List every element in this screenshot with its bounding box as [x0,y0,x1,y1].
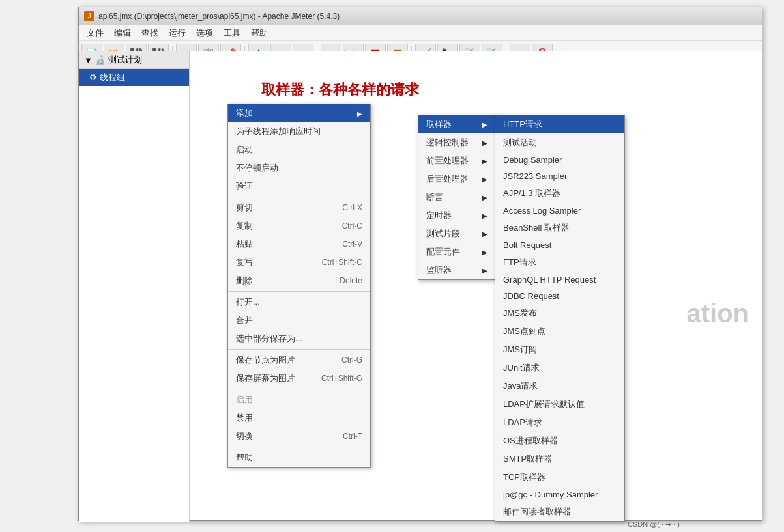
ctx-add-response-time[interactable]: 为子线程添加响应时间 [228,122,370,141]
context-menu-l2: 取样器 ▶ 逻辑控制器 ▶ 前置处理器 ▶ 后置处理器 ▶ 断言 ▶ 定时器 ▶… [418,115,496,280]
tree-item-label: 线程组 [100,72,125,82]
ctx-help[interactable]: 帮助 [228,449,370,467]
tree-header: ▼ 🔬 测试计划 [79,51,189,69]
ctx-test-fragment[interactable]: 测试片段 ▶ [418,225,495,243]
title-bar: J api65.jmx (D:\projects\jmeter_pros\api… [79,7,762,25]
context-menu-l1: 添加 ▶ 为子线程添加响应时间 启动 不停顿启动 验证 剪切 Ctrl-X 复制… [227,104,371,468]
menu-options[interactable]: 选项 [191,26,218,40]
ctx-delete[interactable]: 删除 Delete [228,272,370,290]
ctx-ldap-request[interactable]: LDAP请求 [495,413,624,432]
ctx-junit-request[interactable]: JUnit请求 [495,359,624,377]
ctx-ajp-sampler[interactable]: AJP/1.3 取样器 [495,184,624,203]
tree-header-arrow: ▼ [84,55,93,65]
ctx-enable: 启用 [228,391,370,409]
ctx-http-request[interactable]: HTTP请求 [495,115,624,133]
ctx-save-node-img[interactable]: 保存节点为图片 Ctrl-G [228,351,370,369]
ctx-config-element[interactable]: 配置元件 ▶ [418,243,495,261]
sep-ctx3 [228,349,370,350]
ctx-jms-publish[interactable]: JMS发布 [495,304,624,322]
content-ation: ation [686,299,749,328]
window-title: api65.jmx (D:\projects\jmeter_pros\api65… [98,12,340,21]
tree-item-icon: ⚙ [89,72,97,82]
ctx-save-screen-img[interactable]: 保存屏幕为图片 Ctrl+Shift-G [228,369,370,387]
sep-ctx2 [228,291,370,292]
submenu-arrow-config: ▶ [482,249,487,256]
ctx-ldap-ext[interactable]: LDAP扩展请求默认值 [495,395,624,413]
submenu-arrow-post: ▶ [482,176,487,183]
tree-item-threadgroup[interactable]: ⚙ 线程组 [79,69,189,86]
ctx-merge[interactable]: 合并 [228,311,370,329]
menu-help[interactable]: 帮助 [246,26,273,40]
ctx-sampler[interactable]: 取样器 ▶ [418,115,495,133]
ctx-assertion[interactable]: 断言 ▶ [418,188,495,206]
sep-ctx5 [228,447,370,447]
submenu-arrow-timer: ▶ [482,212,487,219]
ctx-tcp-sampler[interactable]: TCP取样器 [495,468,624,486]
ctx-jms-point-to-point[interactable]: JMS点到点 [495,322,624,341]
ctx-disable[interactable]: 禁用 [228,409,370,427]
ctx-start-nopauses[interactable]: 不停顿启动 [228,159,370,177]
ctx-os-process-sampler[interactable]: OS进程取样器 [495,432,624,450]
ctx-debug-sampler[interactable]: Debug Sampler [495,152,624,168]
ctx-toggle[interactable]: 切换 Ctrl-T [228,427,370,445]
menu-edit[interactable]: 编辑 [109,26,136,40]
submenu-arrow-listener: ▶ [482,267,487,274]
submenu-arrow-sampler: ▶ [482,121,487,128]
submenu-arrow-logic: ▶ [482,139,487,147]
ctx-start[interactable]: 启动 [228,141,370,159]
sep-ctx4 [228,389,370,389]
ctx-graphql-request[interactable]: GraphQL HTTP Request [495,272,624,288]
submenu-arrow-pre: ▶ [482,158,487,165]
ctx-add[interactable]: 添加 ▶ [228,104,370,122]
ctx-jdbc-request[interactable]: JDBC Request [495,288,624,304]
ctx-java-request[interactable]: Java请求 [495,377,624,395]
submenu-arrow-add: ▶ [357,110,362,117]
ctx-timer[interactable]: 定时器 ▶ [418,206,495,225]
ctx-paste[interactable]: 粘贴 Ctrl-V [228,235,370,253]
menu-find[interactable]: 查找 [136,26,164,40]
ctx-jsr223-sampler[interactable]: JSR223 Sampler [495,168,624,184]
ctx-save-selection[interactable]: 选中部分保存为... [228,329,370,348]
ctx-dummy-sampler[interactable]: jp@gc - Dummy Sampler [495,486,624,503]
ctx-mail-reader-sampler[interactable]: 邮件阅读者取样器 [495,503,624,521]
menu-bar: 文件 编辑 查找 运行 选项 工具 帮助 [79,25,762,41]
tree-panel: ▼ 🔬 测试计划 ⚙ 线程组 [79,51,190,522]
ctx-bolt-request[interactable]: Bolt Request [495,237,624,253]
ctx-listener[interactable]: 监听器 ▶ [418,261,495,279]
ctx-access-log-sampler[interactable]: Access Log Sampler [495,203,624,219]
menu-run[interactable]: 运行 [164,26,191,40]
ctx-validate[interactable]: 验证 [228,177,370,195]
ctx-ftp-request[interactable]: FTP请求 [495,253,624,272]
heading-text: 取样器：各种各样的请求 [261,80,419,100]
ctx-duplicate[interactable]: 复写 Ctrl+Shift-C [228,253,370,272]
ctx-copy[interactable]: 复制 Ctrl-C [228,217,370,235]
ctx-smtp-sampler[interactable]: SMTP取样器 [495,450,624,468]
ctx-logic-controller[interactable]: 逻辑控制器 ▶ [418,133,495,152]
ctx-jms-subscribe[interactable]: JMS订阅 [495,341,624,359]
submenu-arrow-assert: ▶ [482,194,487,201]
ctx-post-processor[interactable]: 后置处理器 ▶ [418,170,495,188]
ctx-beanshell-sampler[interactable]: BeanShell 取样器 [495,219,624,237]
tree-icon: 🔬 [95,55,106,65]
watermark: CSDN @( · ➜ · ) [628,520,680,529]
menu-file[interactable]: 文件 [81,26,109,40]
sep-ctx1 [228,197,370,197]
submenu-arrow-fragment: ▶ [482,231,487,238]
menu-tools[interactable]: 工具 [218,26,246,40]
ctx-pre-processor[interactable]: 前置处理器 ▶ [418,152,495,170]
ctx-open[interactable]: 打开... [228,293,370,311]
main-window: J api65.jmx (D:\projects\jmeter_pros\api… [78,7,762,521]
context-menu-l3: HTTP请求 测试活动 Debug Sampler JSR223 Sampler… [495,115,625,522]
ctx-cut[interactable]: 剪切 Ctrl-X [228,199,370,217]
tree-header-label: 测试计划 [108,54,142,66]
ctx-test-action[interactable]: 测试活动 [495,133,624,152]
app-icon: J [84,11,94,21]
